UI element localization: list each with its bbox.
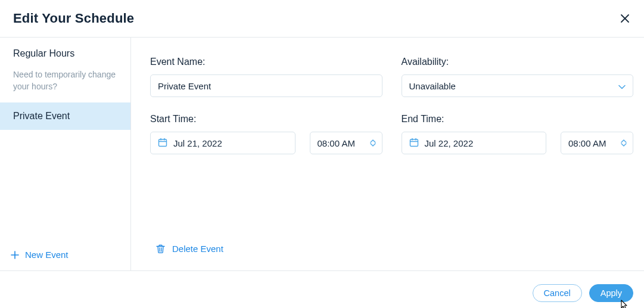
start-time-value: 08:00 AM <box>318 138 355 148</box>
main-spacer <box>150 154 633 240</box>
start-datetime-row: Jul 21, 2022 08:00 AM <box>150 132 382 154</box>
trash-icon <box>156 244 165 254</box>
sidebar-top: Regular Hours Need to temporarily change… <box>0 38 130 241</box>
svg-rect-8 <box>410 139 418 147</box>
main-panel: Event Name: Availability: Unavailable <box>131 38 644 270</box>
modal-header: Edit Your Schedule <box>0 0 644 37</box>
start-date-value: Jul 21, 2022 <box>173 138 222 148</box>
chevron-down-icon <box>618 81 626 91</box>
end-time-label: End Time: <box>402 114 634 125</box>
row-times: Start Time: Jul 21, 2022 08:00 AM <box>150 114 633 154</box>
sidebar-item-private-event[interactable]: Private Event <box>0 102 130 130</box>
delete-event-label: Delete Event <box>172 244 223 254</box>
new-event-button[interactable]: New Event <box>0 241 130 270</box>
sidebar-note: Need to temporarily change your hours? <box>0 67 130 102</box>
chevron-down-icon[interactable] <box>621 143 627 147</box>
sidebar: Regular Hours Need to temporarily change… <box>0 38 131 270</box>
availability-select[interactable]: Unavailable <box>402 74 634 97</box>
modal-title: Edit Your Schedule <box>13 11 134 26</box>
calendar-icon <box>409 138 419 149</box>
close-icon <box>620 14 630 23</box>
event-name-label: Event Name: <box>150 57 382 67</box>
close-button[interactable] <box>618 11 632 26</box>
modal-footer: Cancel Apply <box>0 270 644 308</box>
end-time-field[interactable]: 08:00 AM <box>561 132 633 154</box>
start-time-label: Start Time: <box>150 114 382 125</box>
start-date-field[interactable]: Jul 21, 2022 <box>150 132 295 154</box>
svg-rect-4 <box>159 139 167 147</box>
cancel-button[interactable]: Cancel <box>533 284 582 302</box>
edit-schedule-modal: Edit Your Schedule Regular Hours Need to… <box>0 0 644 308</box>
col-availability: Availability: Unavailable <box>402 57 634 97</box>
end-time-stepper <box>621 139 627 147</box>
apply-button[interactable]: Apply <box>589 284 633 302</box>
end-date-value: Jul 22, 2022 <box>425 138 474 148</box>
end-datetime-row: Jul 22, 2022 08:00 AM <box>402 132 634 154</box>
new-event-label: New Event <box>25 250 69 260</box>
col-end-time: End Time: Jul 22, 2022 08:00 AM <box>402 114 634 154</box>
availability-label: Availability: <box>402 57 634 67</box>
event-name-field-wrap <box>150 74 382 97</box>
availability-value: Unavailable <box>409 81 456 91</box>
end-date-field[interactable]: Jul 22, 2022 <box>402 132 547 154</box>
sidebar-item-regular-hours[interactable]: Regular Hours <box>0 38 130 67</box>
row-name-availability: Event Name: Availability: Unavailable <box>150 57 633 97</box>
chevron-down-icon[interactable] <box>370 143 376 147</box>
modal-body: Regular Hours Need to temporarily change… <box>0 37 644 270</box>
delete-event-button[interactable]: Delete Event <box>150 240 633 265</box>
col-start-time: Start Time: Jul 21, 2022 08:00 AM <box>150 114 382 154</box>
start-time-field[interactable]: 08:00 AM <box>310 132 382 154</box>
start-time-stepper <box>370 139 376 147</box>
calendar-icon <box>158 138 167 149</box>
event-name-input[interactable] <box>158 81 375 91</box>
col-event-name: Event Name: <box>150 57 382 97</box>
form-grid: Event Name: Availability: Unavailable <box>150 57 633 154</box>
plus-icon <box>11 251 19 259</box>
end-time-value: 08:00 AM <box>568 138 606 148</box>
